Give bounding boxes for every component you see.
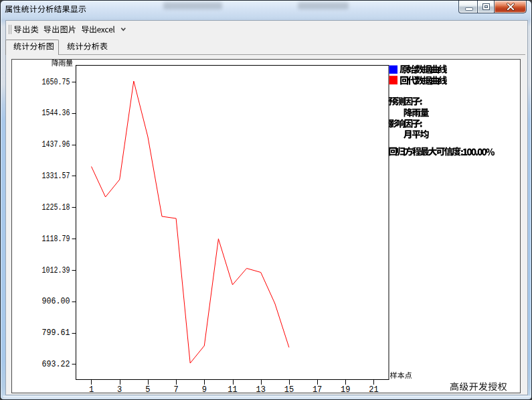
svg-text:1012.39: 1012.39: [42, 266, 70, 275]
svg-text:5: 5: [145, 385, 150, 395]
svg-text:19: 19: [341, 385, 350, 395]
svg-text:1544.36: 1544.36: [42, 109, 70, 118]
svg-text:17: 17: [313, 385, 322, 395]
svg-text:1118.79: 1118.79: [42, 235, 70, 244]
svg-text:1437.96: 1437.96: [42, 140, 70, 149]
svg-text:1331.57: 1331.57: [42, 172, 70, 181]
svg-text:7: 7: [173, 385, 178, 395]
svg-text:15: 15: [284, 385, 294, 395]
svg-text:1: 1: [89, 385, 94, 395]
svg-text:1650.75: 1650.75: [42, 78, 70, 87]
svg-text:11: 11: [228, 385, 237, 395]
svg-text:1225.18: 1225.18: [42, 203, 70, 212]
svg-text:13: 13: [256, 385, 265, 395]
svg-text:693.22: 693.22: [42, 360, 70, 369]
svg-text:21: 21: [369, 385, 378, 395]
svg-text:3: 3: [117, 385, 122, 395]
svg-text:906.00: 906.00: [42, 297, 70, 306]
svg-text:9: 9: [202, 385, 207, 395]
svg-text:799.61: 799.61: [42, 328, 70, 338]
